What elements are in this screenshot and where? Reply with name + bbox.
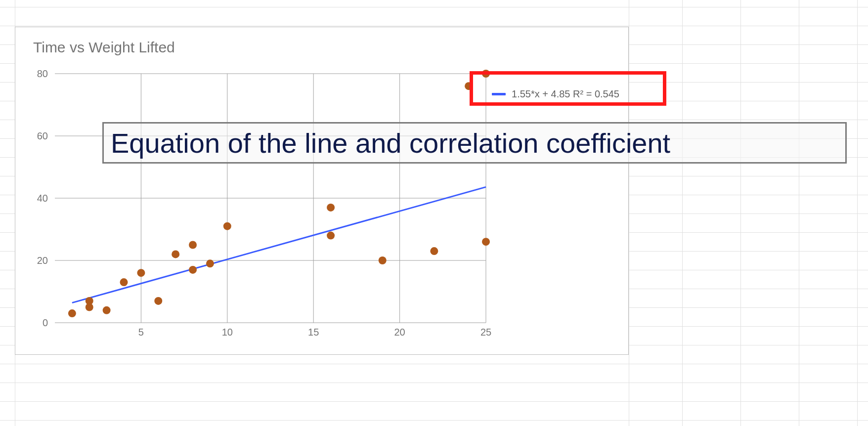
svg-point-36 bbox=[430, 247, 438, 255]
svg-point-33 bbox=[327, 204, 335, 212]
svg-point-21 bbox=[68, 309, 76, 317]
svg-text:10: 10 bbox=[222, 327, 233, 338]
legend-text: 1.55*x + 4.85 R² = 0.545 bbox=[512, 88, 619, 100]
svg-point-25 bbox=[120, 278, 128, 286]
svg-point-38 bbox=[482, 70, 490, 78]
svg-point-27 bbox=[154, 297, 162, 305]
svg-text:25: 25 bbox=[480, 327, 491, 338]
trendline-legend: 1.55*x + 4.85 R² = 0.545 bbox=[492, 88, 619, 100]
svg-point-35 bbox=[379, 256, 387, 264]
annotation-text: Equation of the line and correlation coe… bbox=[111, 127, 670, 159]
svg-text:0: 0 bbox=[43, 317, 48, 328]
svg-point-26 bbox=[137, 269, 145, 277]
svg-text:40: 40 bbox=[37, 193, 48, 204]
legend-swatch bbox=[492, 93, 506, 95]
svg-point-34 bbox=[327, 232, 335, 240]
svg-point-28 bbox=[172, 250, 179, 258]
plot-area: 020406080510152025 bbox=[55, 74, 486, 323]
svg-text:15: 15 bbox=[308, 327, 319, 338]
svg-point-29 bbox=[189, 241, 197, 249]
chart-title: Time vs Weight Lifted bbox=[33, 39, 175, 56]
svg-text:5: 5 bbox=[138, 327, 144, 338]
svg-point-32 bbox=[223, 222, 231, 230]
svg-point-31 bbox=[206, 259, 214, 267]
svg-point-37 bbox=[465, 82, 473, 90]
chart-svg: 020406080510152025 bbox=[55, 74, 486, 323]
svg-text:80: 80 bbox=[37, 68, 48, 79]
svg-text:20: 20 bbox=[394, 327, 405, 338]
svg-text:60: 60 bbox=[37, 130, 48, 141]
svg-line-20 bbox=[72, 187, 486, 302]
svg-point-23 bbox=[86, 297, 93, 305]
svg-point-30 bbox=[189, 266, 197, 274]
annotation-callout: Equation of the line and correlation coe… bbox=[102, 122, 847, 164]
svg-point-39 bbox=[482, 238, 490, 246]
chart-container[interactable]: Time vs Weight Lifted 020406080510152025… bbox=[15, 27, 629, 355]
svg-text:20: 20 bbox=[37, 255, 48, 266]
svg-point-24 bbox=[103, 306, 111, 314]
